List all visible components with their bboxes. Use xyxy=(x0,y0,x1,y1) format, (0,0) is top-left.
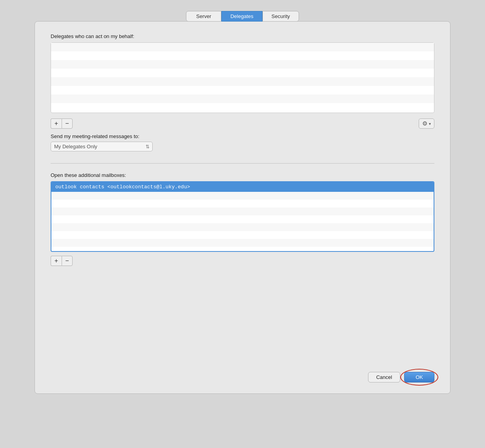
dialog-footer: Cancel OK xyxy=(368,372,434,382)
mailbox-row xyxy=(51,192,434,200)
ok-button[interactable]: OK xyxy=(404,372,434,382)
delegate-row xyxy=(51,86,434,95)
tab-delegates[interactable]: Delegates xyxy=(221,11,263,22)
mailbox-row xyxy=(51,215,434,223)
delegate-row xyxy=(51,60,434,69)
mailbox-add-button[interactable]: + xyxy=(51,256,62,266)
mailbox-remove-button[interactable]: − xyxy=(62,256,73,266)
mailboxes-list: outlook contacts <outlookcontacts@l.uky.… xyxy=(51,181,434,252)
ok-button-wrap: OK xyxy=(404,372,434,382)
mailbox-row xyxy=(51,208,434,215)
delegates-add-button[interactable]: + xyxy=(51,118,62,129)
mailbox-row xyxy=(51,231,434,239)
mailboxes-empty-area xyxy=(51,192,434,247)
gear-icon: ⚙ xyxy=(422,120,427,127)
delegates-remove-button[interactable]: − xyxy=(62,118,73,129)
meeting-label: Send my meeting-related messages to: xyxy=(51,133,434,139)
mailbox-selected-item[interactable]: outlook contacts <outlookcontacts@l.uky.… xyxy=(51,182,434,192)
delegates-add-remove: + − xyxy=(51,118,73,129)
tab-server[interactable]: Server xyxy=(186,11,221,22)
mailbox-row xyxy=(51,200,434,208)
delegate-row xyxy=(51,77,434,86)
mailboxes-label: Open these additional mailboxes: xyxy=(51,172,434,178)
tab-security[interactable]: Security xyxy=(263,11,299,22)
mailbox-row xyxy=(51,239,434,247)
mailbox-row xyxy=(51,223,434,231)
meeting-select-wrap: My Delegates Only ⇅ xyxy=(51,142,153,151)
delegate-row xyxy=(51,51,434,60)
delegate-row xyxy=(51,43,434,51)
chevron-down-icon: ▾ xyxy=(429,122,431,126)
gear-menu-button[interactable]: ⚙ ▾ xyxy=(419,118,434,129)
delegates-controls-row: + − ⚙ ▾ xyxy=(51,118,434,129)
cancel-button[interactable]: Cancel xyxy=(368,372,400,382)
delegates-label: Delegates who can act on my behalf: xyxy=(51,33,434,39)
delegates-list xyxy=(51,42,434,113)
tab-bar: Server Delegates Security xyxy=(186,11,299,22)
dialog-panel: Delegates who can act on my behalf: + − … xyxy=(35,21,450,394)
mailboxes-controls-row: + − xyxy=(51,256,434,266)
section-divider xyxy=(51,163,434,164)
meeting-select[interactable]: My Delegates Only xyxy=(51,142,153,151)
delegate-row xyxy=(51,69,434,77)
delegate-row xyxy=(51,95,434,103)
delegate-row xyxy=(51,103,434,112)
